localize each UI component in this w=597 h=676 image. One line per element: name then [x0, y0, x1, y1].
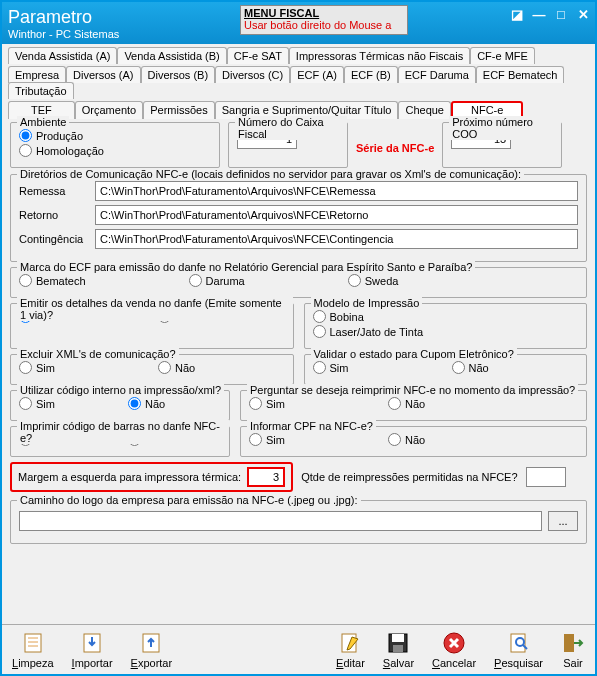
tabs-row-2: Empresa Diversos (A) Diversos (B) Divers…	[2, 63, 595, 98]
caminho-logo-input[interactable]	[19, 511, 542, 531]
caminho-logo-label: Caminho do logo da empresa para emissão …	[17, 494, 361, 506]
maximize-icon[interactable]: □	[553, 6, 569, 22]
perguntar-reimp-panel: Perguntar se deseja reimprimir NFC-e no …	[240, 390, 587, 421]
export-icon	[139, 631, 163, 655]
tab-diversos-a[interactable]: Diversos (A)	[66, 66, 141, 83]
tab-orcamento[interactable]: Orçamento	[75, 101, 143, 119]
menu-fiscal-box: MENU FISCAL Usar botão direito do Mouse …	[240, 5, 408, 35]
parametro-window: Parametro Winthor - PC Sistemas MENU FIS…	[0, 0, 597, 676]
marca-ecf-label: Marca do ECF para emissão do danfe no Re…	[17, 261, 475, 273]
perguntar-reimp-label: Perguntar se deseja reimprimir NFC-e no …	[247, 384, 578, 396]
toolbar: Limpeza Importar Exportar Editar Salvar	[2, 624, 595, 674]
validar-estado-panel: Validar o estado para Cupom Eletrônico? …	[304, 354, 588, 385]
svg-rect-10	[564, 634, 574, 652]
radio-validar-sim[interactable]: Sim	[313, 361, 349, 374]
tabs-row-3: TEF Orçamento Permissões Sangria e Supri…	[2, 98, 595, 118]
radio-laser[interactable]: Laser/Jato de Tinta	[313, 325, 424, 338]
tab-impressoras-termicas[interactable]: Impressoras Térmicas não Fiscais	[289, 47, 470, 64]
margem-input[interactable]	[247, 467, 285, 487]
clean-icon	[21, 631, 45, 655]
diretorios-label: Diretórios de Comunicação NFC-e (locais …	[17, 168, 524, 180]
save-icon	[386, 631, 410, 655]
utilizar-codigo-panel: Utilizar código interno na impressão/xml…	[10, 390, 230, 421]
tab-permissoes[interactable]: Permissões	[143, 101, 214, 119]
radio-perguntar-nao[interactable]: Não	[388, 397, 425, 410]
modelo-impressao-label: Modelo de Impressão	[311, 297, 423, 309]
qtde-reimp-input[interactable]	[526, 467, 566, 487]
tab-diversos-c[interactable]: Diversos (C)	[215, 66, 290, 83]
salvar-button[interactable]: Salvar	[383, 631, 414, 669]
radio-perguntar-sim[interactable]: Sim	[249, 397, 285, 410]
excluir-xml-label: Excluir XML's de comunicação?	[17, 348, 179, 360]
pesquisar-button[interactable]: Pesquisar	[494, 631, 543, 669]
radio-excluir-sim[interactable]: Sim	[19, 361, 55, 374]
edit-icon	[338, 631, 362, 655]
utilizar-codigo-label: Utilizar código interno na impressão/xml…	[17, 384, 224, 396]
retorno-input[interactable]	[95, 205, 578, 225]
import-icon	[80, 631, 104, 655]
serie-label: Série da NFC-e	[356, 136, 434, 154]
tab-diversos-b[interactable]: Diversos (B)	[141, 66, 216, 83]
exportar-button[interactable]: Exportar	[131, 631, 173, 669]
svg-rect-5	[392, 634, 404, 642]
tab-cfe-sat[interactable]: CF-e SAT	[227, 47, 289, 64]
close-icon[interactable]: ✕	[575, 6, 591, 22]
importar-button[interactable]: Importar	[72, 631, 113, 669]
validar-estado-label: Validar o estado para Cupom Eletrônico?	[311, 348, 517, 360]
tab-venda-assistida-a[interactable]: Venda Assistida (A)	[8, 47, 117, 64]
imprimir-barras-panel: Imprimir código de barras no danfe NFC-e…	[10, 426, 230, 457]
margem-highlight: Margem a esquerda para impressora térmic…	[10, 462, 293, 492]
emitir-detalhes-panel: Emitir os detalhes da venda no danfe (Em…	[10, 303, 294, 349]
tab-ecf-b[interactable]: ECF (B)	[344, 66, 398, 83]
radio-sweda[interactable]: Sweda	[348, 274, 399, 287]
browse-button[interactable]: ...	[548, 511, 578, 531]
tab-content: Ambiente Produção Homologação Número do …	[2, 118, 595, 553]
radio-bobina[interactable]: Bobina	[313, 310, 364, 323]
caminho-logo-panel: Caminho do logo da empresa para emissão …	[10, 500, 587, 544]
informar-cpf-panel: Informar CPF na NFC-e? Sim Não	[240, 426, 587, 457]
tab-ecf-daruma[interactable]: ECF Daruma	[398, 66, 476, 83]
tab-cheque[interactable]: Cheque	[398, 101, 451, 119]
svg-rect-6	[393, 645, 403, 652]
qtde-reimp-label: Qtde de reimpressões permitidas na NFCE?	[301, 471, 517, 483]
tab-venda-assistida-b[interactable]: Venda Assistida (B)	[117, 47, 226, 64]
radio-producao[interactable]: Produção	[19, 129, 83, 142]
retorno-label: Retorno	[19, 209, 89, 221]
svg-rect-0	[25, 634, 41, 652]
radio-excluir-nao[interactable]: Não	[158, 361, 195, 374]
tabs-row-1: Venda Assistida (A) Venda Assistida (B) …	[2, 44, 595, 63]
tab-empresa[interactable]: Empresa	[8, 66, 66, 83]
radio-codigo-sim[interactable]: Sim	[19, 397, 55, 410]
contingencia-input[interactable]	[95, 229, 578, 249]
tab-tributacao[interactable]: Tributação	[8, 82, 74, 99]
coo-label: Próximo número COO	[449, 116, 561, 140]
tab-ecf-bematech[interactable]: ECF Bematech	[476, 66, 565, 83]
cancelar-button[interactable]: Cancelar	[432, 631, 476, 669]
toggle-icon[interactable]: ◪	[509, 6, 525, 22]
emitir-detalhes-label: Emitir os detalhes da venda no danfe (Em…	[17, 297, 293, 321]
menu-fiscal-title: MENU FISCAL	[244, 7, 404, 19]
radio-bematech[interactable]: Bematech	[19, 274, 86, 287]
imprimir-barras-label: Imprimir código de barras no danfe NFC-e…	[17, 420, 229, 444]
radio-cpf-nao[interactable]: Não	[388, 433, 425, 446]
radio-cpf-sim[interactable]: Sim	[249, 433, 285, 446]
editar-button[interactable]: Editar	[336, 631, 365, 669]
radio-homologacao[interactable]: Homologação	[19, 144, 104, 157]
menu-fiscal-body: Usar botão direito do Mouse a	[244, 19, 404, 31]
search-icon	[507, 631, 531, 655]
tab-ecf-a[interactable]: ECF (A)	[290, 66, 344, 83]
minimize-icon[interactable]: —	[531, 6, 547, 22]
informar-cpf-label: Informar CPF na NFC-e?	[247, 420, 376, 432]
exit-icon	[561, 631, 585, 655]
radio-validar-nao[interactable]: Não	[452, 361, 489, 374]
excluir-xml-panel: Excluir XML's de comunicação? Sim Não	[10, 354, 294, 385]
marca-ecf-panel: Marca do ECF para emissão do danfe no Re…	[10, 267, 587, 298]
radio-codigo-nao[interactable]: Não	[128, 397, 165, 410]
remessa-input[interactable]	[95, 181, 578, 201]
caixa-label: Número do Caixa Fiscal	[235, 116, 347, 140]
sair-button[interactable]: Sair	[561, 631, 585, 669]
radio-daruma[interactable]: Daruma	[189, 274, 245, 287]
remessa-label: Remessa	[19, 185, 89, 197]
tab-cfe-mfe[interactable]: CF-e MFE	[470, 47, 535, 64]
limpeza-button[interactable]: Limpeza	[12, 631, 54, 669]
